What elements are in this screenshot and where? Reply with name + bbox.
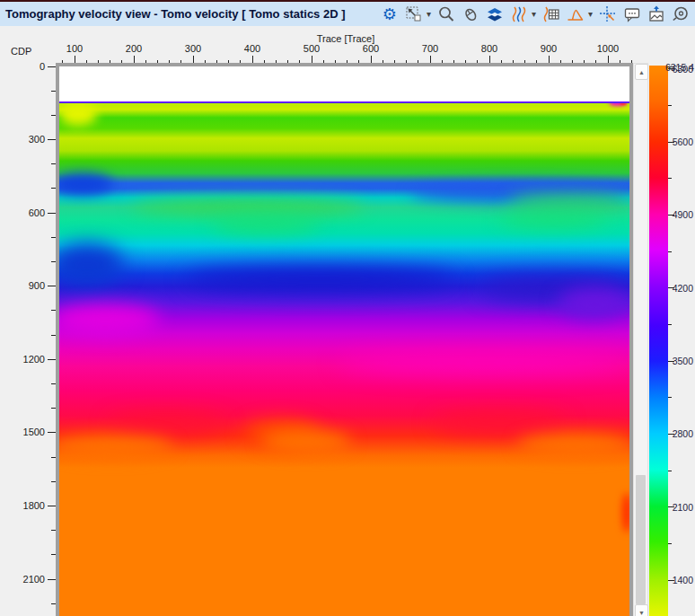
pick-crosshair-icon[interactable] bbox=[599, 5, 617, 23]
toolbar: ⚙ ▾ bbox=[381, 2, 690, 26]
left-axis-tick-label: 900 bbox=[7, 280, 45, 291]
top-axis-tick-label: 700 bbox=[412, 43, 448, 54]
velocity-shade bbox=[622, 493, 629, 532]
scroll-down-button[interactable]: ▼ bbox=[635, 604, 648, 616]
velocity-shade bbox=[558, 288, 629, 319]
velocity-shade bbox=[59, 304, 160, 335]
left-axis-tick-label: 2100 bbox=[7, 574, 45, 585]
left-axis-major-tick bbox=[48, 286, 56, 286]
top-axis-tick-label: 100 bbox=[57, 43, 92, 54]
top-axis-tick-label: 1000 bbox=[590, 43, 626, 54]
top-axis-tick-label: 500 bbox=[294, 43, 330, 54]
window-title: Tomography velocity view - Tomo velocity… bbox=[5, 2, 346, 26]
wiggle-display-icon[interactable] bbox=[510, 5, 528, 23]
title-bar[interactable]: Tomography velocity view - Tomo velocity… bbox=[0, 2, 695, 27]
velocity-image[interactable] bbox=[59, 101, 629, 616]
top-axis-tick-label: 900 bbox=[531, 43, 567, 54]
colorbar-minor-tick bbox=[668, 543, 672, 544]
velocity-shade bbox=[59, 436, 173, 457]
left-axis-major-tick bbox=[48, 213, 56, 214]
left-axis-tick-label: 1200 bbox=[7, 354, 45, 365]
workspace: Trace [Trace] CDP Depth [meter] 10020030… bbox=[0, 26, 695, 616]
cdp-corner-label: CDP bbox=[11, 46, 31, 57]
colorbar-tick-label: 5600 bbox=[663, 136, 693, 147]
velocity-shade bbox=[131, 198, 365, 215]
colorbar-minor-tick bbox=[668, 178, 672, 179]
scroll-up-button[interactable]: ▲ bbox=[635, 64, 648, 80]
velocity-colorbar bbox=[649, 66, 668, 616]
velocity-shade bbox=[212, 215, 320, 233]
velocity-shade bbox=[517, 434, 629, 455]
mouse-mode-icon[interactable] bbox=[462, 5, 479, 23]
velocity-shade bbox=[109, 414, 225, 434]
left-axis-tick-label: 0 bbox=[7, 61, 45, 72]
scrollbar-thumb[interactable] bbox=[636, 475, 646, 604]
wiggle-display-dropdown-icon[interactable]: ▾ bbox=[532, 5, 536, 23]
velocity-shade bbox=[185, 268, 454, 290]
colorbar-tick-label: 3500 bbox=[663, 356, 693, 366]
colorbar-minor-tick bbox=[668, 251, 672, 252]
annotations-icon[interactable] bbox=[623, 5, 641, 23]
export-image-icon[interactable] bbox=[647, 5, 665, 23]
record-loop-icon[interactable] bbox=[672, 5, 690, 23]
top-axis-tick-label: 800 bbox=[471, 43, 507, 54]
left-axis-major-tick bbox=[48, 359, 56, 360]
model-top-boundary bbox=[59, 101, 629, 103]
settings-icon[interactable]: ⚙ bbox=[381, 5, 399, 23]
fit-to-window-icon[interactable] bbox=[405, 5, 423, 23]
colorbar-tick-label: 6300 bbox=[663, 64, 693, 75]
velocity-shade bbox=[59, 243, 124, 286]
left-axis-major-tick bbox=[48, 579, 56, 580]
velocity-shade bbox=[261, 430, 351, 453]
colorbar-tick-label: 2800 bbox=[663, 428, 693, 439]
velocity-shade bbox=[499, 211, 607, 227]
left-axis-tick-label: 600 bbox=[7, 207, 45, 218]
colorbar-tick-label: 2100 bbox=[663, 502, 693, 513]
top-axis-tick-label: 600 bbox=[353, 43, 389, 54]
colorbar-minor-tick bbox=[668, 105, 672, 106]
plot-frame bbox=[56, 63, 633, 616]
velocity-shade bbox=[432, 412, 567, 434]
layers-icon[interactable] bbox=[486, 5, 504, 23]
velocity-shade bbox=[508, 195, 629, 209]
colorbar-tick-label: 1400 bbox=[663, 575, 693, 585]
left-axis-major-tick bbox=[48, 139, 56, 140]
top-axis-tick-label: 400 bbox=[234, 43, 270, 54]
colorbar-minor-tick bbox=[668, 471, 672, 471]
velocity-shade bbox=[59, 102, 97, 126]
colorbar-minor-tick bbox=[668, 324, 672, 325]
app-window: Tomography velocity view - Tomo velocity… bbox=[0, 0, 695, 616]
velocity-shade bbox=[59, 173, 113, 195]
top-axis-tick-label: 200 bbox=[116, 43, 152, 54]
top-axis-tick-label: 300 bbox=[175, 43, 211, 54]
vertical-scrollbar[interactable]: ▲ ▼ bbox=[633, 63, 648, 616]
left-axis-tick-label: 300 bbox=[7, 134, 45, 145]
left-axis-tick-label: 1500 bbox=[7, 427, 45, 437]
zoom-icon[interactable] bbox=[437, 5, 455, 23]
amplitude-histogram-dropdown-icon[interactable]: ▾ bbox=[588, 5, 593, 23]
velocity-shade bbox=[338, 353, 629, 373]
fit-to-window-dropdown-icon[interactable]: ▾ bbox=[427, 5, 431, 23]
left-axis-major-tick bbox=[48, 506, 56, 506]
amplitude-histogram-icon[interactable] bbox=[567, 5, 585, 23]
wiggle-table-icon[interactable] bbox=[542, 5, 560, 23]
left-axis-major-tick bbox=[48, 432, 56, 433]
colorbar-minor-tick bbox=[668, 397, 672, 398]
left-axis-tick-label: 1800 bbox=[7, 500, 45, 511]
colorbar-tick-label: 4900 bbox=[663, 209, 693, 220]
left-axis-major-tick bbox=[48, 66, 56, 67]
colorbar-tick-label: 4200 bbox=[663, 283, 693, 294]
